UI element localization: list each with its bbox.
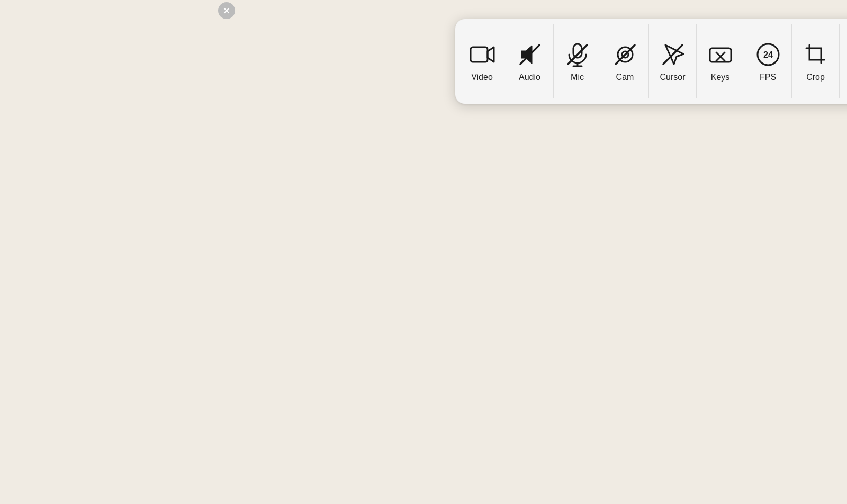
cam-icon	[611, 41, 639, 68]
keys-label: Keys	[711, 73, 730, 82]
audio-icon	[516, 41, 544, 68]
keys-icon	[707, 41, 734, 68]
svg-rect-10	[710, 48, 731, 62]
keys-button[interactable]: Keys	[697, 24, 744, 98]
audio-button[interactable]: Audio	[506, 24, 554, 98]
crop-icon	[802, 41, 830, 68]
fps-label: FPS	[760, 73, 776, 82]
fps-icon: 24	[754, 41, 782, 68]
cursor-icon	[659, 41, 687, 68]
crop-label: Crop	[806, 73, 825, 82]
cursor-button[interactable]: Cursor	[649, 24, 697, 98]
video-icon	[468, 41, 496, 68]
toolbar-items: Video Audio	[458, 24, 847, 98]
mic-label: Mic	[571, 73, 584, 82]
crop-button[interactable]: Crop	[792, 24, 840, 98]
svg-rect-0	[471, 47, 488, 62]
cursor-label: Cursor	[660, 73, 685, 82]
mic-button[interactable]: Mic	[554, 24, 601, 98]
svg-line-5	[568, 45, 587, 64]
svg-text:24: 24	[763, 50, 773, 59]
audio-label: Audio	[519, 73, 540, 82]
cam-label: Cam	[616, 73, 634, 82]
toolbar: Video Audio	[455, 19, 847, 104]
cam-button[interactable]: Cam	[601, 24, 649, 98]
window-button[interactable]: Window	[840, 24, 847, 98]
fps-button[interactable]: 24 FPS	[744, 24, 792, 98]
video-button[interactable]: Video	[458, 24, 506, 98]
close-button[interactable]	[218, 2, 235, 19]
video-label: Video	[471, 73, 493, 82]
mic-icon	[564, 41, 591, 68]
